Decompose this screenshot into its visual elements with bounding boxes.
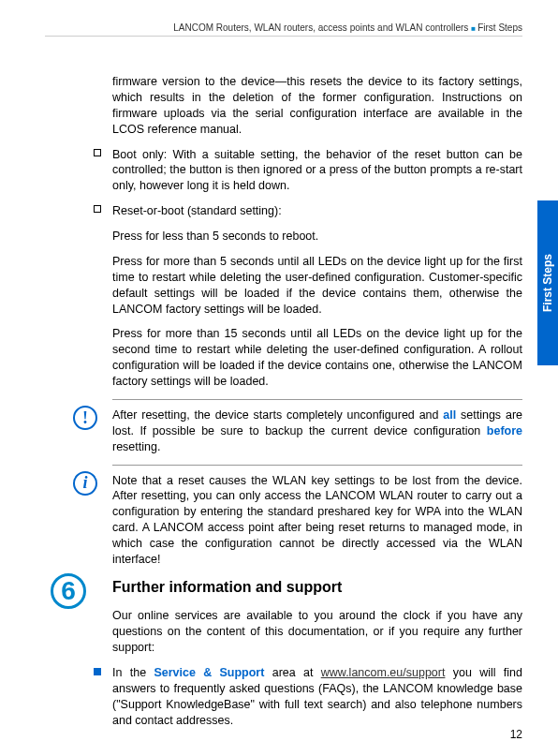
page-number: 12 [510, 728, 522, 741]
info-text: Note that a reset causes the WLAN key se… [112, 473, 522, 568]
intro-paragraph: firmware version to the device—this rese… [112, 74, 522, 138]
chapter-side-tab: First Steps [537, 200, 558, 365]
square-bullet-icon [94, 668, 101, 675]
support-item-text: In the Service & Support area at www.lan… [112, 666, 522, 727]
page-content: firmware version to the device—this rese… [112, 74, 522, 728]
service-support-label: Service & Support [154, 666, 264, 679]
list-item: Reset-or-boot (standard setting): [112, 203, 522, 219]
section-number-badge: 6 [51, 573, 86, 609]
header-text-left: LANCOM Routers, WLAN routers, access poi… [173, 22, 468, 33]
warning-icon: ! [73, 406, 97, 430]
bullet-marker-icon [94, 149, 101, 156]
list-item: Boot only: With a suitable setting, the … [112, 147, 522, 195]
support-intro: Our online services are available to you… [112, 608, 522, 656]
sub-paragraph: Press for less than 5 seconds to reboot. [112, 229, 522, 245]
info-icon: i [73, 471, 97, 496]
bullet-marker-icon [94, 205, 101, 213]
bullet-text: Reset-or-boot (standard setting): [112, 204, 282, 217]
page-header: LANCOM Routers, WLAN routers, access poi… [45, 22, 522, 37]
emphasis: all [443, 408, 456, 422]
emphasis: before [487, 424, 522, 437]
side-tab-label: First Steps [541, 254, 554, 312]
info-note: i Note that a reset causes the WLAN key … [112, 465, 522, 568]
warning-note: ! After resetting, the device starts com… [112, 399, 522, 455]
support-link[interactable]: www.lancom.eu/support [321, 666, 446, 679]
sub-paragraph: Press for more than 15 seconds until all… [112, 326, 522, 390]
bullet-text: Boot only: With a suitable setting, the … [112, 148, 522, 193]
section-heading: 6 Further information and support [112, 577, 522, 598]
warning-text: After resetting, the device starts compl… [112, 408, 522, 455]
header-text-right: First Steps [477, 22, 522, 33]
list-item: In the Service & Support area at www.lan… [112, 665, 522, 729]
sub-paragraph: Press for more than 5 seconds until all … [112, 254, 522, 318]
section-title: Further information and support [112, 579, 342, 595]
